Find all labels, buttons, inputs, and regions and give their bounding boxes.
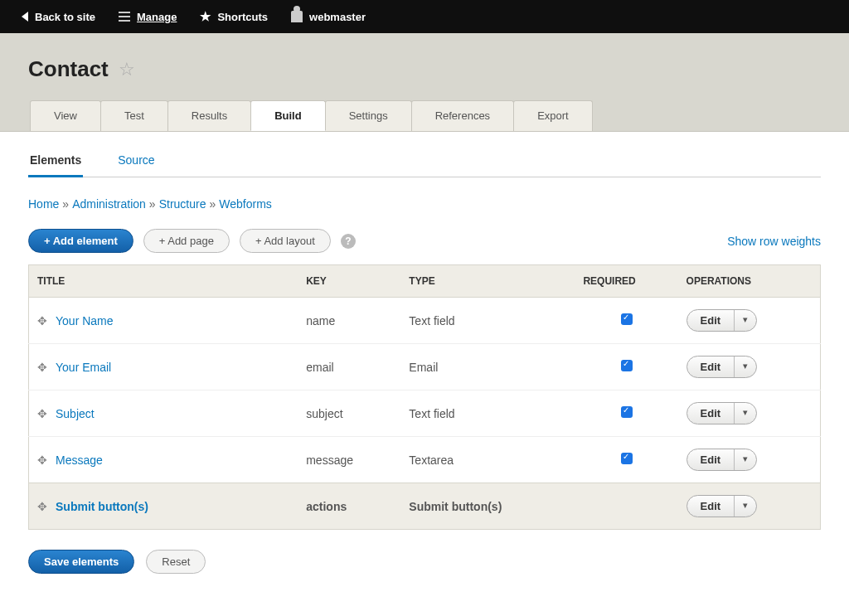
drag-handle-icon[interactable]: ✥ — [37, 361, 47, 374]
breadcrumb-separator: » — [62, 197, 69, 211]
element-operations: Edit▾ — [678, 437, 821, 483]
operations-dropbutton: Edit▾ — [686, 495, 758, 517]
element-required — [575, 298, 677, 344]
star-icon: ★ — [200, 9, 211, 24]
drag-handle-icon[interactable]: ✥ — [37, 407, 47, 420]
required-checkbox[interactable] — [621, 360, 633, 371]
page-title: Contact — [28, 56, 109, 82]
edit-button[interactable]: Edit — [687, 496, 735, 517]
required-checkbox[interactable] — [621, 453, 633, 464]
element-key: actions — [298, 483, 400, 530]
breadcrumb-link[interactable]: Home — [28, 197, 59, 211]
page-title-row: Contact ☆ — [28, 56, 821, 82]
username-label: webmaster — [309, 11, 366, 23]
shortcuts-label: Shortcuts — [217, 11, 268, 23]
element-operations: Edit▾ — [678, 298, 821, 344]
admin-toolbar: Back to site Manage ★ Shortcuts webmaste… — [0, 0, 849, 33]
element-operations: Edit▾ — [678, 483, 821, 530]
operations-dropbutton: Edit▾ — [686, 449, 758, 471]
elements-table: TITLE KEY TYPE REQUIRED OPERATIONS ✥Your… — [28, 264, 821, 530]
dropdown-arrow-icon[interactable]: ▾ — [735, 496, 756, 517]
subtab-elements[interactable]: Elements — [28, 145, 83, 177]
help-icon[interactable]: ? — [341, 234, 356, 249]
table-row: ✥Your EmailemailEmailEdit▾ — [29, 344, 821, 390]
element-required — [575, 344, 677, 390]
tab-settings[interactable]: Settings — [325, 100, 412, 131]
operations-dropbutton: Edit▾ — [686, 356, 758, 378]
manage-toggle[interactable]: Manage — [107, 0, 188, 33]
th-required: REQUIRED — [575, 265, 677, 298]
back-arrow-icon — [22, 12, 28, 22]
th-type: TYPE — [400, 265, 575, 298]
element-type: Text field — [400, 390, 575, 437]
required-checkbox[interactable] — [621, 406, 633, 418]
actions-row: + Add element + Add page + Add layout ? … — [28, 229, 821, 253]
breadcrumb-separator: » — [209, 197, 216, 211]
element-title-link[interactable]: Your Name — [56, 314, 114, 327]
menu-icon — [119, 12, 130, 22]
drag-handle-icon[interactable]: ✥ — [37, 454, 47, 467]
tab-export[interactable]: Export — [513, 100, 593, 131]
tab-test[interactable]: Test — [100, 100, 168, 131]
element-required — [575, 390, 677, 437]
dropdown-arrow-icon[interactable]: ▾ — [735, 357, 756, 377]
element-title-link[interactable]: Message — [56, 454, 103, 467]
element-type: Email — [400, 344, 575, 390]
element-type: Textarea — [400, 437, 575, 483]
element-title-link[interactable]: Your Email — [56, 361, 111, 374]
tab-references[interactable]: References — [411, 100, 514, 131]
table-row: ✥Submit button(s)actionsSubmit button(s)… — [29, 483, 821, 530]
user-menu[interactable]: webmaster — [279, 0, 377, 33]
favorite-toggle-icon[interactable]: ☆ — [119, 59, 135, 80]
element-required — [575, 437, 677, 483]
breadcrumb-link[interactable]: Webforms — [219, 197, 272, 211]
tab-results[interactable]: Results — [167, 100, 251, 131]
element-title-link[interactable]: Submit button(s) — [56, 500, 148, 513]
add-page-button[interactable]: + Add page — [143, 229, 230, 253]
element-required — [575, 483, 677, 530]
edit-button[interactable]: Edit — [687, 357, 735, 377]
operations-dropbutton: Edit▾ — [686, 402, 758, 424]
bottom-actions: Save elements Reset — [28, 550, 821, 574]
element-operations: Edit▾ — [678, 344, 821, 390]
breadcrumb-separator: » — [149, 197, 156, 211]
th-title: TITLE — [29, 265, 298, 298]
edit-button[interactable]: Edit — [687, 449, 735, 470]
dropdown-arrow-icon[interactable]: ▾ — [735, 449, 756, 470]
edit-button[interactable]: Edit — [687, 310, 735, 331]
primary-tabs: ViewTestResultsBuildSettingsReferencesEx… — [30, 100, 821, 131]
dropdown-arrow-icon[interactable]: ▾ — [735, 310, 756, 331]
edit-button[interactable]: Edit — [687, 403, 735, 424]
tab-build[interactable]: Build — [250, 100, 326, 131]
breadcrumb-link[interactable]: Administration — [72, 197, 146, 211]
add-element-button[interactable]: + Add element — [28, 229, 133, 253]
reset-button[interactable]: Reset — [146, 550, 206, 574]
user-icon — [291, 11, 303, 22]
drag-handle-icon[interactable]: ✥ — [37, 500, 47, 513]
dropdown-arrow-icon[interactable]: ▾ — [735, 403, 756, 424]
element-title-link[interactable]: Subject — [56, 407, 95, 420]
element-key: message — [298, 437, 400, 483]
save-button[interactable]: Save elements — [28, 550, 134, 574]
show-row-weights-link[interactable]: Show row weights — [727, 235, 821, 248]
tab-view[interactable]: View — [30, 100, 101, 131]
back-to-site-label: Back to site — [35, 11, 95, 23]
element-type: Text field — [400, 298, 575, 344]
breadcrumb-link[interactable]: Structure — [159, 197, 206, 211]
shortcuts-link[interactable]: ★ Shortcuts — [188, 0, 279, 33]
subtab-source[interactable]: Source — [116, 145, 156, 177]
element-operations: Edit▾ — [678, 390, 821, 437]
element-key: email — [298, 344, 400, 390]
back-to-site-link[interactable]: Back to site — [10, 0, 107, 33]
manage-label: Manage — [137, 11, 177, 23]
secondary-tabs: ElementsSource — [28, 145, 821, 177]
required-checkbox[interactable] — [621, 313, 633, 325]
table-row: ✥SubjectsubjectText fieldEdit▾ — [29, 390, 821, 437]
content: ElementsSource Home»Administration»Struc… — [0, 131, 849, 607]
table-row: ✥Your NamenameText fieldEdit▾ — [29, 298, 821, 344]
add-layout-button[interactable]: + Add layout — [240, 229, 331, 253]
drag-handle-icon[interactable]: ✥ — [37, 314, 47, 327]
operations-dropbutton: Edit▾ — [686, 309, 758, 332]
header: Contact ☆ ViewTestResultsBuildSettingsRe… — [0, 33, 849, 131]
th-operations: OPERATIONS — [678, 265, 821, 298]
